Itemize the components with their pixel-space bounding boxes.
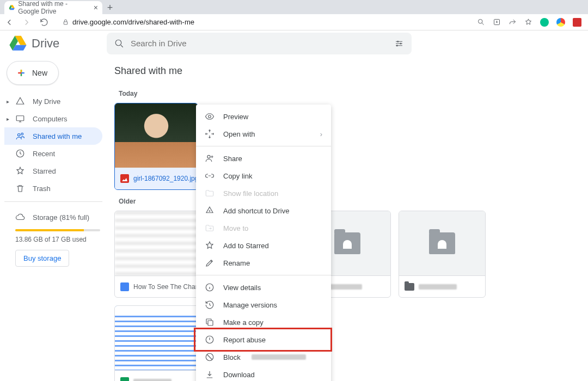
file-name-redacted — [133, 379, 171, 382]
bookmark-star-icon[interactable] — [524, 18, 532, 26]
recent-icon — [15, 149, 25, 158]
search-options-icon[interactable] — [394, 39, 404, 48]
file-thumbnail — [115, 306, 201, 370]
browser-tab-strip: Shared with me - Google Drive × + — [0, 0, 588, 14]
tab-title: Shared with me - Google Drive — [18, 0, 90, 15]
svg-point-11 — [209, 115, 211, 118]
ctx-make-copy[interactable]: Make a copy — [196, 314, 331, 331]
drive-header: Drive — [0, 30, 588, 57]
install-icon[interactable] — [493, 18, 501, 26]
file-card-selected[interactable]: girl-1867092_1920.jpg — [114, 103, 198, 190]
ctx-add-starred[interactable]: Add to Starred — [196, 237, 331, 254]
address-bar[interactable]: drive.google.com/drive/shared-with-me — [62, 18, 194, 26]
folder-thumbnail — [399, 211, 485, 275]
ctx-add-shortcut[interactable]: Add shortcut to Drive — [196, 202, 331, 219]
pencil-icon — [205, 258, 215, 268]
expand-icon[interactable]: ▸ — [7, 116, 9, 122]
sidebar-item-label: Shared with me — [33, 132, 82, 140]
extension-icon[interactable] — [556, 18, 565, 27]
cloud-icon — [15, 212, 25, 222]
download-icon — [205, 370, 215, 379]
new-button[interactable]: New — [7, 61, 59, 85]
ctx-copy-link[interactable]: Copy link — [196, 167, 331, 185]
svg-point-8 — [18, 134, 21, 137]
sidebar-item-trash[interactable]: Trash — [4, 180, 102, 197]
trash-icon — [15, 183, 25, 193]
url-text: drive.google.com/drive/shared-with-me — [72, 18, 194, 26]
svg-point-5 — [400, 42, 402, 44]
storage-progress — [15, 229, 100, 231]
file-card[interactable]: How To See The Chang... — [114, 211, 201, 298]
forward-button[interactable] — [22, 17, 32, 27]
ctx-block[interactable]: Block — [196, 348, 331, 366]
move-icon — [205, 223, 215, 233]
lock-icon — [62, 19, 69, 26]
sidebar-item-label: Trash — [33, 185, 51, 193]
ctx-open-with[interactable]: Open with› — [196, 125, 331, 143]
sidebar-item-shared-with-me[interactable]: Shared with me — [4, 127, 102, 145]
image-file-icon — [120, 174, 129, 183]
ctx-view-details[interactable]: View details — [196, 279, 331, 296]
page-title: Shared with me — [114, 57, 577, 82]
file-name-redacted — [419, 284, 457, 290]
sidebar-item-label: Starred — [33, 167, 56, 175]
sidebar-item-recent[interactable]: Recent — [4, 145, 102, 162]
file-name: girl-1867092_1920.jpg — [133, 175, 198, 182]
ctx-download[interactable]: Download — [196, 366, 331, 381]
eye-icon — [205, 112, 215, 121]
shared-icon — [15, 131, 25, 141]
star-icon — [15, 166, 25, 176]
drive-logo[interactable]: Drive — [9, 34, 107, 53]
toolbar-actions — [477, 18, 584, 27]
storage-label: Storage (81% full) — [33, 213, 89, 222]
tab-close-icon[interactable]: × — [94, 3, 98, 12]
link-icon — [205, 171, 215, 181]
file-card[interactable] — [114, 305, 201, 381]
shared-folder-icon — [334, 232, 360, 254]
search-icon[interactable] — [477, 18, 485, 26]
ctx-rename[interactable]: Rename — [196, 254, 331, 272]
sidebar-item-starred[interactable]: Starred — [4, 162, 102, 180]
new-label: New — [32, 69, 47, 77]
extension-red-icon[interactable] — [573, 18, 581, 27]
my-drive-icon — [15, 96, 25, 106]
search-icon — [114, 39, 124, 48]
folder-icon — [405, 283, 414, 291]
browser-toolbar: drive.google.com/drive/shared-with-me — [0, 14, 588, 30]
folder-card[interactable] — [399, 211, 486, 298]
new-tab-button[interactable]: + — [102, 1, 118, 14]
context-menu: Preview Open with› Share Copy link Show … — [196, 105, 331, 381]
sidebar-item-computers[interactable]: ▸ Computers — [4, 110, 102, 127]
person-add-icon — [205, 153, 215, 163]
svg-point-12 — [207, 155, 210, 158]
copy-icon — [205, 317, 215, 327]
search-input[interactable] — [131, 39, 388, 48]
extension-grammarly-icon[interactable] — [540, 18, 549, 27]
sidebar-item-label: Computers — [33, 115, 68, 123]
back-button[interactable] — [4, 17, 14, 27]
expand-icon[interactable]: ▸ — [7, 99, 9, 105]
plus-icon — [16, 67, 27, 78]
drive-logo-icon — [9, 34, 27, 53]
ctx-show-location: Show file location — [196, 185, 331, 202]
storage-used-text: 13.86 GB of 17 GB used — [15, 236, 100, 243]
svg-point-6 — [396, 45, 398, 46]
sidebar-item-my-drive[interactable]: ▸ My Drive — [4, 93, 102, 110]
block-icon — [205, 352, 215, 362]
buy-storage-button[interactable]: Buy storage — [15, 250, 69, 267]
reload-button[interactable] — [39, 17, 49, 27]
ctx-preview[interactable]: Preview — [196, 108, 331, 125]
ctx-share[interactable]: Share — [196, 150, 331, 167]
ctx-manage-versions[interactable]: Manage versions — [196, 296, 331, 314]
file-thumbnail — [115, 211, 201, 275]
app-name: Drive — [32, 36, 59, 51]
folder-icon — [205, 188, 215, 198]
ctx-report-abuse[interactable]: Report abuse — [196, 331, 331, 348]
sidebar-item-storage[interactable]: Storage (81% full) — [15, 208, 100, 226]
search-box[interactable] — [107, 33, 412, 54]
svg-point-1 — [479, 20, 483, 24]
sidebar: New ▸ My Drive ▸ Computers Shared with m… — [0, 57, 109, 381]
share-icon[interactable] — [509, 18, 517, 26]
star-icon — [205, 241, 215, 250]
browser-tab[interactable]: Shared with me - Google Drive × — [4, 1, 102, 14]
